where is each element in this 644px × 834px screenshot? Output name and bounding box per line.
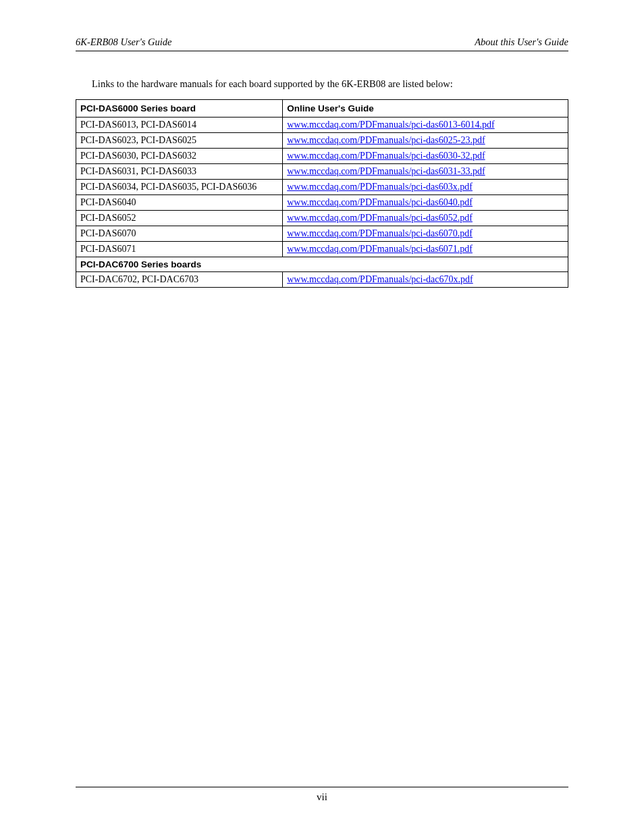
manual-link[interactable]: www.mccdaq.com/PDFmanuals/pci-das603x.pd… [287, 182, 473, 192]
page: 6K-ERB08 User's Guide About this User's … [0, 0, 644, 834]
boards-table: PCI-DAS6000 Series board Online User's G… [76, 99, 568, 288]
manual-link[interactable]: www.mccdaq.com/PDFmanuals/pci-das6070.pd… [287, 228, 473, 238]
board-cell: PCI-DAS6052 [76, 211, 283, 226]
page-footer: vii [76, 787, 568, 803]
manual-link[interactable]: www.mccdaq.com/PDFmanuals/pci-das6025-23… [287, 135, 485, 145]
table-row: PCI-DAS6023, PCI-DAS6025 www.mccdaq.com/… [76, 133, 568, 149]
board-cell: PCI-DAS6070 [76, 226, 283, 242]
manual-link[interactable]: www.mccdaq.com/PDFmanuals/pci-das6030-32… [287, 151, 485, 161]
page-header: 6K-ERB08 User's Guide About this User's … [76, 36, 568, 51]
board-cell: PCI-DAS6031, PCI-DAS6033 [76, 164, 283, 180]
board-cell: PCI-DAS6034, PCI-DAS6035, PCI-DAS6036 [76, 180, 283, 195]
table-row: PCI-DAS6052 www.mccdaq.com/PDFmanuals/pc… [76, 211, 568, 226]
table-row: PCI-DAS6040 www.mccdaq.com/PDFmanuals/pc… [76, 195, 568, 211]
manual-link[interactable]: www.mccdaq.com/PDFmanuals/pci-das6040.pd… [287, 197, 473, 207]
table-row: PCI-DAS6070 www.mccdaq.com/PDFmanuals/pc… [76, 226, 568, 242]
table-header-row: PCI-DAS6000 Series board Online User's G… [76, 100, 568, 118]
col-header-board: PCI-DAS6000 Series board [76, 100, 283, 118]
manual-link[interactable]: www.mccdaq.com/PDFmanuals/pci-das6052.pd… [287, 213, 473, 223]
board-cell: PCI-DAS6013, PCI-DAS6014 [76, 118, 283, 133]
board-cell: PCI-DAS6040 [76, 195, 283, 211]
manual-link[interactable]: www.mccdaq.com/PDFmanuals/pci-das6071.pd… [287, 244, 473, 254]
table-section-row: PCI-DAC6700 Series boards [76, 257, 568, 272]
board-cell: PCI-DAC6702, PCI-DAC6703 [76, 272, 283, 288]
board-cell: PCI-DAS6030, PCI-DAS6032 [76, 149, 283, 164]
table-row: PCI-DAC6702, PCI-DAC6703 www.mccdaq.com/… [76, 272, 568, 288]
col-header-guide: Online User's Guide [283, 100, 568, 118]
table-row: PCI-DAS6071 www.mccdaq.com/PDFmanuals/pc… [76, 242, 568, 257]
table-row: PCI-DAS6013, PCI-DAS6014 www.mccdaq.com/… [76, 118, 568, 133]
page-number: vii [317, 791, 327, 802]
table-row: PCI-DAS6034, PCI-DAS6035, PCI-DAS6036 ww… [76, 180, 568, 195]
manual-link[interactable]: www.mccdaq.com/PDFmanuals/pci-das6013-60… [287, 120, 494, 130]
board-cell: PCI-DAS6023, PCI-DAS6025 [76, 133, 283, 149]
manual-link[interactable]: www.mccdaq.com/PDFmanuals/pci-das6031-33… [287, 166, 485, 176]
manual-link[interactable]: www.mccdaq.com/PDFmanuals/pci-dac670x.pd… [287, 274, 473, 284]
board-cell: PCI-DAS6071 [76, 242, 283, 257]
section-header: PCI-DAC6700 Series boards [76, 257, 568, 272]
table-row: PCI-DAS6031, PCI-DAS6033 www.mccdaq.com/… [76, 164, 568, 180]
header-left: 6K-ERB08 User's Guide [76, 36, 171, 48]
header-right: About this User's Guide [475, 36, 568, 48]
intro-text: Links to the hardware manuals for each b… [92, 78, 568, 90]
table-row: PCI-DAS6030, PCI-DAS6032 www.mccdaq.com/… [76, 149, 568, 164]
